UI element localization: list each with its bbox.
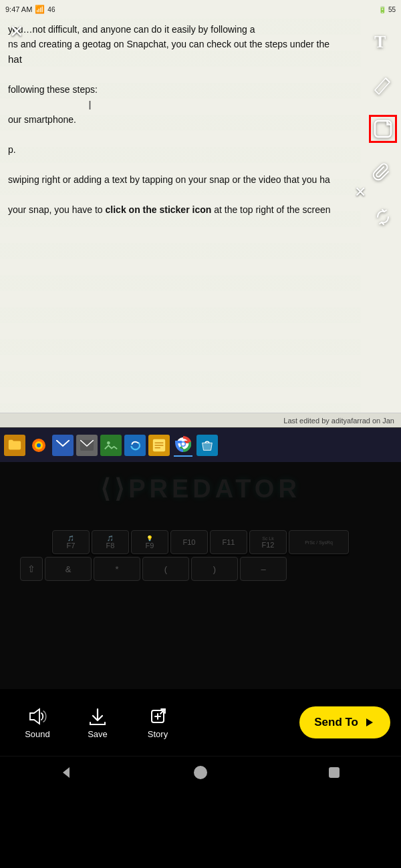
battery-level: 55 <box>388 6 396 13</box>
keyboard-area: 🎵 F7 🎵 F8 💡 F9 F10 F11 Sc Lk F12 <box>13 530 388 584</box>
sound-button[interactable]: Sound <box>11 706 64 739</box>
doc-line-8: your snap, you have to click on the stic… <box>8 203 353 218</box>
sticker-tool-button[interactable] <box>369 115 397 143</box>
key-f8[interactable]: 🎵 F8 <box>92 530 129 554</box>
close-button[interactable]: ✕ <box>9 21 24 42</box>
taskbar-edge[interactable] <box>124 435 146 456</box>
sim-icon: 📶 <box>35 5 45 14</box>
send-to-button[interactable]: Send To <box>299 706 390 738</box>
doc-line-5: our smartphone. <box>8 113 353 128</box>
bottom-action-bar: Sound Save Story Send To <box>0 689 401 756</box>
svg-point-8 <box>107 441 110 445</box>
text-tool-button[interactable]: T <box>369 27 397 55</box>
last-edited-bar: Last edited by adityafarrad on Jan <box>0 413 401 427</box>
key-rparen[interactable]: ) <box>191 557 238 581</box>
taskbar-mail[interactable] <box>52 435 74 456</box>
doc-line-4: following these steps: <box>8 83 353 97</box>
right-toolbar: T <box>369 27 397 231</box>
story-label: Story <box>148 729 168 739</box>
key-asterisk[interactable]: * <box>94 557 140 581</box>
key-f7[interactable]: 🎵 F7 <box>52 530 90 554</box>
status-left: 9:47 AM 📶 46 <box>5 5 55 14</box>
back-button[interactable] <box>53 759 80 786</box>
key-f9[interactable]: 💡 F9 <box>131 530 168 554</box>
fkey-row: 🎵 F7 🎵 F8 💡 F9 F10 F11 Sc Lk F12 <box>13 530 388 554</box>
signal-strength: 46 <box>47 6 55 13</box>
svg-point-16 <box>182 443 185 446</box>
bold-text: click on the sticker icon <box>106 204 212 215</box>
chrome-active-indicator <box>174 455 192 457</box>
doc-line-7: swiping right or adding a text by tappin… <box>8 173 353 188</box>
svg-point-4 <box>37 443 41 447</box>
svg-text:T: T <box>374 32 386 51</box>
taskbar-store[interactable] <box>196 435 218 456</box>
android-nav-bar <box>0 756 401 788</box>
taskbar-mail2[interactable] <box>76 435 98 456</box>
time-display: 9:47 AM <box>5 5 32 13</box>
doc-line-1: you…not difficult, and anyone can do it … <box>8 23 353 37</box>
status-bar: 9:47 AM 📶 46 🔋 55 <box>0 0 401 19</box>
key-minus[interactable]: – <box>240 557 287 581</box>
svg-point-22 <box>194 767 207 779</box>
loop-tool-button[interactable] <box>369 203 397 231</box>
svg-marker-21 <box>63 767 70 778</box>
key-ampersand[interactable]: & <box>45 557 92 581</box>
doc-line-3: hat <box>8 51 353 67</box>
predator-logo: ⟨⟩PREDATOR <box>100 474 301 503</box>
key-shift-indicator[interactable]: ⇧ <box>20 557 43 581</box>
taskbar-folder[interactable] <box>4 435 25 456</box>
send-to-label: Send To <box>314 716 358 729</box>
recents-button[interactable] <box>321 759 348 786</box>
document-area: 9:47 AM 📶 46 🔋 55 ✕ you…not difficult, a… <box>0 0 401 427</box>
key-f11[interactable]: F11 <box>210 530 247 554</box>
taskbar-image[interactable] <box>100 435 122 456</box>
windows-taskbar <box>0 427 401 462</box>
cursor-x-indicator: ✕ <box>354 184 366 201</box>
save-label: Save <box>88 729 108 739</box>
key-f10[interactable]: F10 <box>170 530 208 554</box>
text-cursor-indicator: I <box>88 99 92 113</box>
laptop-keyboard-area: ⟨⟩PREDATOR 🎵 F7 🎵 F8 💡 F9 F10 F11 <box>0 462 401 689</box>
doc-line-6: p. <box>8 143 353 158</box>
home-button[interactable] <box>187 759 214 786</box>
svg-rect-7 <box>104 438 118 453</box>
key-prtsc[interactable]: PrSc / SysRq <box>289 530 349 554</box>
svg-marker-20 <box>366 718 373 726</box>
document-text: you…not difficult, and anyone can do it … <box>0 19 361 221</box>
status-right: 🔋 55 <box>378 6 396 13</box>
key-lparen[interactable]: ( <box>142 557 189 581</box>
taskbar-sticky[interactable] <box>148 435 170 456</box>
taskbar-chrome[interactable] <box>172 433 194 457</box>
pencil-tool-button[interactable] <box>369 71 397 99</box>
attach-tool-button[interactable] <box>369 159 397 187</box>
key-f12[interactable]: Sc Lk F12 <box>249 530 287 554</box>
taskbar-firefox[interactable] <box>28 435 49 456</box>
last-edited-text: Last edited by adityafarrad on Jan <box>283 417 394 425</box>
symbol-row: ⇧ & * ( ) – <box>13 557 388 581</box>
story-button[interactable]: Story <box>131 706 184 739</box>
doc-line-2: ns and creating a geotag on Snapchat, yo… <box>8 37 353 52</box>
svg-rect-23 <box>329 768 339 777</box>
save-button[interactable]: Save <box>71 706 124 739</box>
sound-label: Sound <box>25 729 50 739</box>
battery-icon: 🔋 <box>378 6 386 13</box>
